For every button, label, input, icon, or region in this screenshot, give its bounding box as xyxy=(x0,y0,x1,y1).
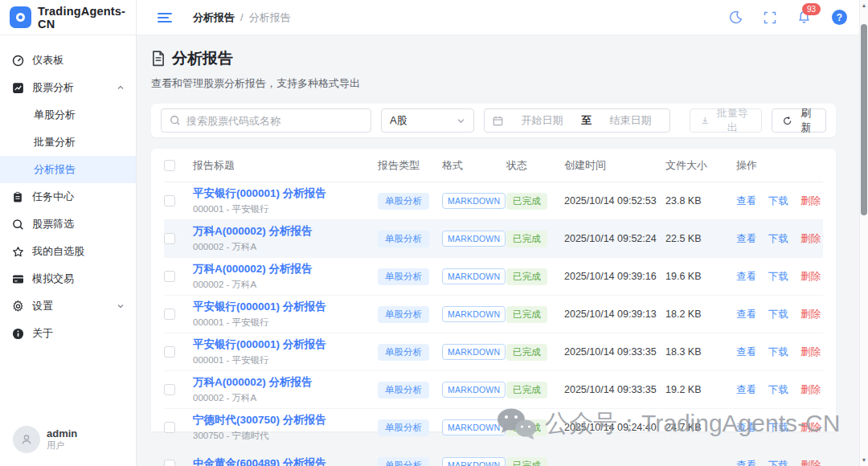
view-link[interactable]: 查看 xyxy=(736,232,756,246)
row-checkbox[interactable] xyxy=(164,460,175,466)
sidebar-item-label: 关于 xyxy=(32,326,125,341)
delete-link[interactable]: 删除 xyxy=(800,232,821,246)
row-checkbox[interactable] xyxy=(164,195,175,206)
breadcrumb-page: 分析报告 xyxy=(249,10,291,25)
sidebar-item-analysis-reports[interactable]: 分析报告 xyxy=(0,156,136,183)
sidebar-item-settings[interactable]: 设置 xyxy=(0,292,136,320)
download-link[interactable]: 下载 xyxy=(768,270,788,284)
dashboard-icon xyxy=(11,54,24,67)
download-link[interactable]: 下载 xyxy=(768,308,788,321)
row-checkbox[interactable] xyxy=(164,309,175,320)
row-checkbox[interactable] xyxy=(164,384,175,395)
sidebar-item-stock-screener[interactable]: 股票筛选 xyxy=(0,211,136,238)
user-name: admin xyxy=(47,428,77,440)
row-checkbox[interactable] xyxy=(164,346,175,358)
download-link[interactable]: 下载 xyxy=(768,232,788,246)
download-link[interactable]: 下载 xyxy=(768,459,788,466)
table-row[interactable]: 平安银行(000001) 分析报告 000001 - 平安银行 单股分析 MAR… xyxy=(164,333,823,371)
view-link[interactable]: 查看 xyxy=(736,270,756,284)
batch-export-button[interactable]: 批量导出 xyxy=(690,108,762,133)
row-checkbox[interactable] xyxy=(164,422,175,433)
report-title-link[interactable]: 中金黄金(600489) 分析报告 xyxy=(193,457,368,466)
report-title-link[interactable]: 宁德时代(300750) 分析报告 xyxy=(193,414,368,427)
view-link[interactable]: 查看 xyxy=(736,308,756,321)
report-title-link[interactable]: 平安银行(000001) 分析报告 xyxy=(193,187,368,201)
sidebar-item-about[interactable]: 关于 xyxy=(0,320,136,347)
scroll-down-arrow[interactable]: ▼ xyxy=(860,457,868,463)
row-checkbox[interactable] xyxy=(164,271,175,282)
scroll-up-arrow[interactable]: ▲ xyxy=(860,2,868,8)
vertical-scrollbar[interactable]: ▲ ▼ xyxy=(859,0,868,466)
report-title-link[interactable]: 万科A(000002) 分析报告 xyxy=(193,225,368,239)
download-link[interactable]: 下载 xyxy=(768,421,788,435)
sidebar-item-dashboard[interactable]: 仪表板 xyxy=(0,47,136,74)
download-link[interactable]: 下载 xyxy=(768,383,788,397)
fullscreen-icon[interactable] xyxy=(764,11,776,24)
report-title-link[interactable]: 平安银行(000001) 分析报告 xyxy=(193,338,368,352)
delete-link[interactable]: 删除 xyxy=(800,308,821,321)
end-date-placeholder[interactable]: 结束日期 xyxy=(600,113,661,128)
refresh-button[interactable]: 刷新 xyxy=(772,108,826,133)
file-size: 18.3 KB xyxy=(665,346,736,358)
top-header: 分析报告 / 分析报告 93 ? xyxy=(137,0,868,35)
col-header-actions: 操作 xyxy=(736,158,823,173)
report-subtitle: 000002 - 万科A xyxy=(193,279,368,290)
date-range-picker[interactable]: 开始日期 至 结束日期 xyxy=(484,108,670,133)
report-title-link[interactable]: 平安银行(000001) 分析报告 xyxy=(193,300,368,314)
view-link[interactable]: 查看 xyxy=(736,345,756,359)
sidebar-item-single-stock-analysis[interactable]: 单股分析 xyxy=(0,101,136,129)
search-input[interactable] xyxy=(186,115,362,127)
menu-toggle-icon[interactable] xyxy=(158,13,172,22)
delete-link[interactable]: 删除 xyxy=(800,459,821,466)
table-header-row: 报告标题 报告类型 格式 状态 创建时间 文件大小 操作 xyxy=(164,149,823,182)
clipboard-icon xyxy=(11,190,24,203)
sidebar-item-stock-analysis[interactable]: 股票分析 xyxy=(0,74,136,101)
row-checkbox[interactable] xyxy=(164,233,175,244)
notifications-bell-icon[interactable]: 93 xyxy=(797,10,811,24)
dark-mode-icon[interactable] xyxy=(729,10,743,24)
delete-link[interactable]: 删除 xyxy=(800,270,821,284)
status-badge: 已完成 xyxy=(506,193,547,210)
sidebar-item-label: 股票分析 xyxy=(32,80,117,95)
download-link[interactable]: 下载 xyxy=(768,194,788,208)
table-row[interactable]: 宁德时代(300750) 分析报告 300750 - 宁德时代 单股分析 MAR… xyxy=(164,409,823,447)
search-input-wrapper xyxy=(161,108,371,133)
report-title-link[interactable]: 万科A(000002) 分析报告 xyxy=(193,263,368,276)
scrollbar-thumb[interactable] xyxy=(861,24,867,215)
delete-link[interactable]: 删除 xyxy=(800,194,821,208)
sidebar-item-task-center[interactable]: 任务中心 xyxy=(0,183,136,211)
sidebar-item-batch-analysis[interactable]: 批量分析 xyxy=(0,129,136,156)
delete-link[interactable]: 删除 xyxy=(800,383,821,397)
notification-count-badge: 93 xyxy=(802,3,821,15)
report-type-badge: 单股分析 xyxy=(378,419,429,436)
start-date-placeholder[interactable]: 开始日期 xyxy=(511,113,573,128)
created-time: 2025/10/14 09:24:40 xyxy=(564,422,665,433)
col-header-created: 创建时间 xyxy=(564,158,665,173)
table-row[interactable]: 中金黄金(600489) 分析报告 单股分析 MARKDOWN 已完成 查看 下… xyxy=(164,447,823,466)
chevron-down-icon xyxy=(457,117,465,125)
table-row[interactable]: 平安银行(000001) 分析报告 000001 - 平安银行 单股分析 MAR… xyxy=(164,182,823,220)
report-title-link[interactable]: 万科A(000002) 分析报告 xyxy=(193,376,368,390)
delete-link[interactable]: 删除 xyxy=(800,421,821,435)
view-link[interactable]: 查看 xyxy=(736,194,756,208)
select-all-checkbox[interactable] xyxy=(164,160,175,171)
search-icon xyxy=(170,115,181,126)
breadcrumb-current-bold[interactable]: 分析报告 xyxy=(193,10,235,25)
table-row[interactable]: 平安银行(000001) 分析报告 000001 - 平安银行 单股分析 MAR… xyxy=(164,296,823,333)
table-row[interactable]: 万科A(000002) 分析报告 000002 - 万科A 单股分析 MARKD… xyxy=(164,371,823,409)
help-button[interactable]: ? xyxy=(832,10,847,25)
view-link[interactable]: 查看 xyxy=(736,383,756,397)
download-link[interactable]: 下载 xyxy=(768,345,788,359)
view-link[interactable]: 查看 xyxy=(736,459,756,466)
sidebar-item-paper-trading[interactable]: 模拟交易 xyxy=(0,265,136,292)
delete-link[interactable]: 删除 xyxy=(800,345,821,359)
user-profile[interactable]: admin 用户 xyxy=(13,426,77,453)
table-row[interactable]: 万科A(000002) 分析报告 000002 - 万科A 单股分析 MARKD… xyxy=(164,220,823,258)
table-row[interactable]: 万科A(000002) 分析报告 000002 - 万科A 单股分析 MARKD… xyxy=(164,258,823,296)
status-badge: 已完成 xyxy=(506,268,547,285)
view-link[interactable]: 查看 xyxy=(736,421,756,435)
sidebar-item-watchlist[interactable]: 我的自选股 xyxy=(0,238,136,265)
market-select[interactable]: A股 xyxy=(381,108,474,133)
col-header-title: 报告标题 xyxy=(193,158,378,173)
app-title: TradingAgents-CN xyxy=(38,5,126,31)
